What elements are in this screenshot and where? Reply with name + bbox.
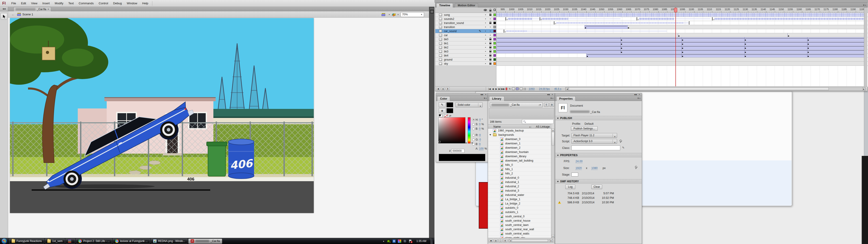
keyframe[interactable] (620, 50, 621, 53)
layer-lock-toggle[interactable] (489, 46, 492, 49)
library-item[interactable]: south_central_0 (488, 214, 552, 219)
color-picker-field[interactable] (438, 117, 465, 144)
delete-item-button[interactable]: 🗑 (503, 239, 507, 242)
layer-outline-swatch[interactable] (493, 50, 496, 53)
layer-track-car_sound[interactable] (496, 29, 868, 33)
tab-timeline[interactable]: Timeline (436, 3, 453, 7)
photos-icon[interactable] (398, 240, 401, 243)
new-folder-button[interactable]: ▤ (494, 239, 498, 242)
selection-tool-button[interactable] (1, 13, 7, 20)
sound-keyframe[interactable] (504, 30, 504, 33)
keyframe[interactable] (627, 25, 628, 29)
collapse-tools-button[interactable]: ◀◀ (0, 7, 8, 11)
new-layer-button[interactable]: ▣ (436, 87, 440, 90)
layer-row-transition[interactable]: transition•• (435, 25, 496, 29)
library-item-list[interactable]: 1960_impala_backupbackgroundsdowntown_0d… (488, 128, 552, 238)
menu-insert[interactable]: Insert (40, 2, 52, 5)
elapsed-time[interactable]: 45.5 s (554, 87, 561, 90)
library-item[interactable]: hills_2 (488, 172, 552, 176)
channel-value[interactable]: 0 (479, 138, 481, 142)
library-vscrollbar[interactable]: ▲ ▼ (551, 128, 555, 238)
layer-row-bk3[interactable]: bk3• (435, 50, 496, 54)
layer-track-song[interactable] (496, 13, 868, 17)
wrench-icon[interactable] (635, 166, 638, 169)
layer-lock-toggle[interactable]: • (489, 18, 492, 20)
layer-visibility-dot[interactable]: • (484, 54, 487, 57)
menu-modify[interactable]: Modify (52, 2, 66, 5)
sound-keyframe[interactable] (712, 18, 713, 20)
document-tab[interactable]: _Car.fla × (13, 7, 51, 11)
sound-keyframe[interactable] (554, 22, 555, 24)
keyframe[interactable] (744, 45, 745, 49)
go-last-frame-button[interactable]: ▶▶ (501, 88, 505, 90)
radio-button[interactable] (472, 139, 475, 141)
collapse-icon[interactable]: ◀◀ (480, 94, 483, 96)
keyframe[interactable] (620, 37, 621, 41)
radio-button[interactable] (472, 128, 475, 130)
library-item[interactable]: south_central_rear_wall (488, 227, 552, 232)
panel-menu-icon[interactable]: ▼≡ (637, 97, 640, 99)
layer-row-ground[interactable]: ground• (435, 58, 496, 62)
close-icon[interactable]: × (48, 8, 49, 11)
new-library-panel-button[interactable]: ⊞ (550, 103, 554, 107)
menu-help[interactable]: Help (140, 2, 151, 5)
dock-grid-icon[interactable] (430, 10, 434, 13)
channel-value[interactable]: 0 (479, 127, 480, 130)
tab-properties[interactable]: Properties (556, 96, 576, 101)
menu-file[interactable]: File (9, 2, 19, 5)
bluetooth-icon[interactable]: B (393, 240, 396, 243)
class-input[interactable] (571, 146, 620, 150)
radio-button[interactable] (472, 119, 475, 121)
sound-keyframe[interactable] (505, 18, 506, 20)
modify-markers-button[interactable]: [·] (523, 88, 526, 90)
layer-outline-swatch[interactable] (493, 18, 496, 20)
layer-visibility-dot[interactable]: • (484, 50, 487, 53)
task-button-lexivex-at-funnyjunk-[interactable]: lexivex at Funnyjunk ... (113, 239, 150, 244)
layer-track-transition_sound[interactable] (496, 21, 868, 25)
menu-commands[interactable]: Commands (76, 2, 96, 5)
timeline-ruler[interactable]: 9951000100510101015102010251030103510401… (496, 7, 868, 13)
channel-value[interactable]: 100 (479, 147, 484, 150)
keyframe[interactable] (586, 54, 587, 57)
layer-visibility-dot[interactable]: • (484, 30, 487, 32)
stage-canvas[interactable]: 406 (10, 18, 314, 213)
menu-edit[interactable]: Edit (19, 2, 29, 5)
keyframe[interactable] (787, 33, 788, 37)
edit-symbols-icon[interactable] (392, 13, 396, 16)
size-height[interactable]: 1080 (591, 166, 598, 170)
tab-color[interactable]: Color (437, 96, 450, 101)
layer-track-bk0[interactable] (496, 37, 868, 41)
library-item[interactable]: industrial_1 (488, 180, 552, 184)
collapse-icon[interactable]: ◀◀ (547, 94, 550, 96)
layer-row-song[interactable]: song• (435, 13, 496, 17)
library-item[interactable]: 1960_impala_backup (488, 128, 552, 133)
steam-icon[interactable] (403, 240, 407, 243)
library-item[interactable]: downtown_0 (488, 137, 552, 142)
menu-text[interactable]: Text (66, 2, 76, 5)
layer-track-ground[interactable] (496, 58, 868, 62)
layer-visibility-dot[interactable]: • (484, 22, 487, 24)
start-button[interactable] (1, 238, 8, 244)
library-item[interactable]: industrial_2 (488, 184, 552, 189)
library-item[interactable]: south_central_watts (488, 232, 552, 236)
menu-control[interactable]: Control (96, 2, 111, 5)
layer-outline-swatch[interactable] (493, 26, 496, 28)
center-frame-button[interactable] (506, 88, 507, 90)
layer-row-sounds2[interactable]: sounds2•• (435, 17, 496, 21)
tab-motion-editor[interactable]: Motion Editor (455, 3, 478, 7)
task-button-1st-sem[interactable]: 1st_sem (45, 239, 65, 244)
library-document-dropdown[interactable]: _Car.fla |▼ (490, 102, 543, 107)
library-item[interactable]: south_central_house (488, 219, 552, 223)
layer-track-bk1[interactable] (496, 41, 868, 45)
publish-settings-button[interactable]: Publish Settings... (571, 126, 598, 131)
new-symbol-button[interactable]: ▣ (489, 239, 493, 242)
timeline-vscrollbar[interactable] (864, 7, 867, 87)
layer-track-sounds2[interactable] (496, 17, 868, 21)
layer-row-bk4[interactable]: bk4• (435, 54, 496, 58)
new-folder-button[interactable]: ▤ (441, 87, 445, 90)
layer-visibility-dot[interactable]: • (484, 46, 487, 49)
layer-visibility-dot[interactable]: • (484, 58, 487, 61)
fps-value[interactable]: 24.00 (576, 160, 583, 163)
layer-outline-swatch[interactable] (493, 30, 496, 32)
pin-library-button[interactable]: ⚲ (544, 103, 549, 107)
